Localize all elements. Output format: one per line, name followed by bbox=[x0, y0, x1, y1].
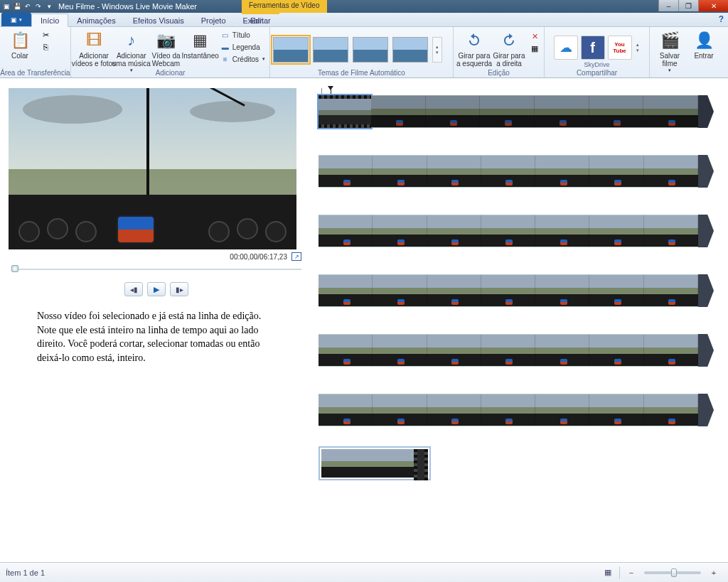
share-skydrive[interactable]: ☁ bbox=[554, 36, 578, 60]
time-display: 00:00,00/06:17,23 bbox=[230, 253, 287, 261]
tab-inicio[interactable]: Início bbox=[31, 14, 68, 27]
window-title: Meu Filme - Windows Live Movie Maker bbox=[58, 2, 197, 11]
tab-editar[interactable]: Editar bbox=[242, 13, 279, 26]
x-icon: ✕ bbox=[532, 32, 538, 41]
group-themes-label: Temas de Filme Automático bbox=[270, 69, 453, 77]
tab-efeitos[interactable]: Efeitos Visuais bbox=[124, 14, 193, 26]
theme-thumb-1[interactable] bbox=[273, 37, 309, 63]
video-preview[interactable] bbox=[9, 88, 296, 249]
seek-bar[interactable] bbox=[9, 262, 304, 275]
filmstrip-icon: 🎞 bbox=[84, 31, 104, 50]
snapshot-button[interactable]: ▦ Instantâneo bbox=[183, 29, 218, 61]
scissors-icon: ✂ bbox=[43, 31, 49, 40]
clip-continue-icon bbox=[698, 155, 714, 188]
clip-row-1[interactable] bbox=[318, 95, 714, 128]
clip-row-4[interactable] bbox=[318, 274, 714, 307]
rotate-left-icon bbox=[464, 31, 484, 50]
zoom-out-button[interactable]: − bbox=[624, 566, 638, 579]
clip-continue-icon bbox=[698, 394, 714, 426]
caption-button[interactable]: ▬Legenda bbox=[219, 41, 267, 53]
rotate-right-icon bbox=[499, 31, 519, 50]
title-icon: ▭ bbox=[220, 30, 230, 40]
qat-save-icon[interactable]: 💾 bbox=[12, 1, 22, 11]
contextual-tab-label: Ferramentas de Vídeo bbox=[242, 0, 327, 13]
tab-projeto[interactable]: Projeto bbox=[193, 14, 235, 26]
share-facebook[interactable]: f bbox=[581, 36, 605, 60]
clip-row-7[interactable] bbox=[318, 446, 431, 480]
youtube-icon: YouTube bbox=[613, 41, 626, 54]
clip-continue-icon bbox=[698, 215, 714, 247]
minimize-button[interactable]: – bbox=[658, 0, 678, 11]
webcam-button[interactable]: 📷 Vídeo da Webcam bbox=[149, 29, 183, 69]
prev-frame-button[interactable]: ◂▮ bbox=[124, 282, 143, 296]
rotate-left-button[interactable]: Girar para a esquerda bbox=[456, 29, 492, 69]
timeline-ruler[interactable] bbox=[321, 88, 714, 94]
status-item-count: Ítem 1 de 1 bbox=[6, 568, 45, 577]
select-all-button[interactable]: ▦ bbox=[528, 43, 541, 54]
save-movie-button[interactable]: 🎬 Salvar filme ▾ bbox=[653, 29, 687, 75]
zoom-slider[interactable] bbox=[644, 571, 701, 574]
clip-continue-icon bbox=[698, 274, 714, 307]
group-share-label: Compartilhar bbox=[545, 69, 649, 77]
clipboard-icon: 📋 bbox=[10, 31, 30, 50]
title-button[interactable]: ▭Título bbox=[219, 29, 267, 41]
file-menu-button[interactable]: ▣ bbox=[1, 13, 31, 26]
next-frame-button[interactable]: ▮▸ bbox=[170, 282, 188, 296]
clip-continue-icon bbox=[698, 95, 714, 128]
clip-continue-icon bbox=[698, 334, 714, 367]
facebook-icon: f bbox=[590, 40, 595, 56]
preview-pane: 00:00,00/06:17,23 ↗ ◂▮ ▶ ▮▸ Nosso vídeo … bbox=[0, 78, 311, 562]
rotate-right-button[interactable]: Girar para a direita bbox=[492, 29, 526, 69]
snapshot-icon: ▦ bbox=[191, 31, 210, 50]
copy-icon: ⎘ bbox=[43, 43, 48, 51]
clip-row-5[interactable] bbox=[318, 334, 714, 367]
status-bar: Ítem 1 de 1 ▦ − + bbox=[0, 562, 728, 582]
skydrive-icon: ☁ bbox=[560, 40, 572, 55]
signin-button[interactable]: 👤 Entrar bbox=[687, 29, 721, 61]
play-button[interactable]: ▶ bbox=[147, 282, 166, 296]
clip-row-6[interactable] bbox=[318, 394, 714, 426]
theme-thumb-2[interactable] bbox=[313, 37, 348, 63]
music-note-icon: ♪ bbox=[122, 31, 141, 50]
copy-button[interactable]: ⎘ bbox=[39, 41, 52, 53]
tab-animacoes[interactable]: Animações bbox=[68, 14, 124, 26]
qat-undo-icon[interactable]: ↶ bbox=[23, 1, 33, 11]
maximize-button[interactable]: ❐ bbox=[678, 0, 698, 11]
delete-button[interactable]: ✕ bbox=[528, 31, 541, 42]
theme-gallery-more[interactable]: ▴▾ bbox=[432, 37, 442, 63]
clip-row-3[interactable] bbox=[318, 215, 714, 247]
theme-thumb-3[interactable] bbox=[353, 37, 388, 63]
signin-icon: 👤 bbox=[694, 31, 714, 50]
webcam-icon: 📷 bbox=[156, 31, 176, 50]
close-button[interactable]: ✕ bbox=[698, 0, 728, 11]
select-icon: ▦ bbox=[531, 44, 538, 53]
share-youtube[interactable]: YouTube bbox=[608, 36, 632, 60]
workspace: 00:00,00/06:17,23 ↗ ◂▮ ▶ ▮▸ Nosso vídeo … bbox=[0, 78, 728, 562]
credits-icon: ≡ bbox=[220, 54, 230, 64]
paste-button[interactable]: 📋 Colar bbox=[3, 29, 37, 61]
qat-redo-icon[interactable]: ↷ bbox=[33, 1, 43, 11]
help-icon[interactable]: ? bbox=[719, 14, 724, 24]
qat-dropdown-icon[interactable]: ▾ bbox=[44, 1, 54, 11]
title-bar: ▣ 💾 ↶ ↷ ▾ Meu Filme - Windows Live Movie… bbox=[0, 0, 728, 13]
group-clipboard-label: Área de Transferência bbox=[0, 69, 70, 77]
ribbon-tabs: ▣ Início Animações Efeitos Visuais Proje… bbox=[0, 13, 728, 27]
credits-button[interactable]: ≡Créditos▾ bbox=[219, 53, 267, 65]
add-music-button[interactable]: ♪ Adicionar uma música ▾ bbox=[114, 29, 149, 75]
caption-icon: ▬ bbox=[220, 42, 230, 52]
theme-thumb-4[interactable] bbox=[392, 37, 428, 63]
timeline-pane[interactable] bbox=[311, 78, 728, 562]
annotation-text: Nosso vídeo foi selecionado e já está na… bbox=[9, 309, 304, 365]
zoom-in-button[interactable]: + bbox=[707, 566, 721, 579]
save-movie-icon: 🎬 bbox=[660, 31, 680, 50]
fullscreen-button[interactable]: ↗ bbox=[291, 252, 301, 261]
qat-icon[interactable]: ▣ bbox=[1, 1, 11, 11]
cut-button[interactable]: ✂ bbox=[39, 29, 52, 41]
quick-access: ▣ 💾 ↶ ↷ ▾ bbox=[1, 1, 54, 11]
clip-row-2[interactable] bbox=[318, 155, 714, 188]
view-thumbnails-button[interactable]: ▦ bbox=[601, 566, 615, 579]
ribbon: 📋 Colar ✂ ⎘ Área de Transferência 🎞 Adic… bbox=[0, 27, 728, 78]
group-add-label: Adicionar bbox=[71, 69, 269, 77]
clip-filmstrip-icon bbox=[318, 95, 371, 128]
add-videos-button[interactable]: 🎞 Adicionar vídeos e fotos bbox=[74, 29, 114, 69]
